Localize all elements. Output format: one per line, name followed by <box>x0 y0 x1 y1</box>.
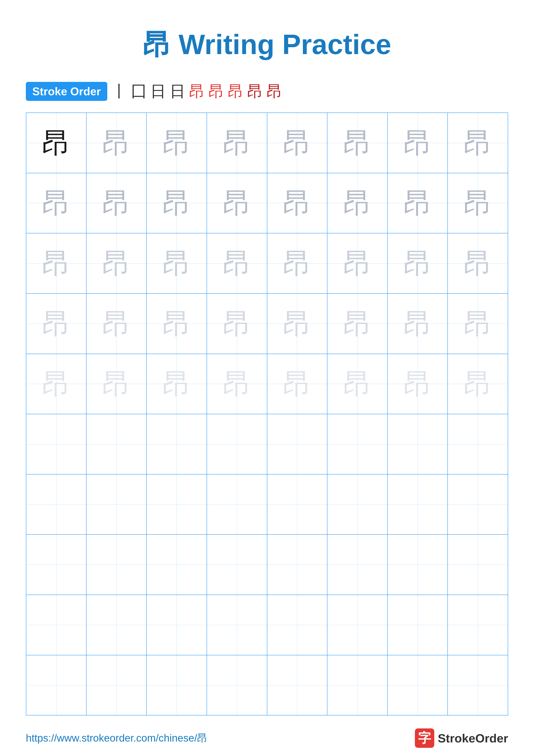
practice-char: 昂 <box>404 189 432 217</box>
table-cell <box>447 655 508 716</box>
table-cell: 昂 <box>447 233 508 293</box>
table-cell: 昂 <box>87 113 147 173</box>
table-cell: 昂 <box>388 293 448 354</box>
practice-char: 昂 <box>42 129 70 157</box>
practice-char: 昂 <box>404 249 432 277</box>
stroke-9: 昂 <box>267 81 282 102</box>
practice-char: 昂 <box>223 189 251 217</box>
table-cell <box>388 474 448 535</box>
practice-char: 昂 <box>102 310 130 338</box>
table-cell: 昂 <box>327 293 388 354</box>
table-cell: 昂 <box>327 354 388 414</box>
table-cell: 昂 <box>87 354 147 414</box>
table-cell: 昂 <box>87 293 147 354</box>
page-title: 昂 Writing Practice <box>143 26 391 64</box>
table-cell: 昂 <box>26 113 87 173</box>
table-cell <box>87 474 147 535</box>
table-cell <box>207 655 267 716</box>
table-cell <box>447 474 508 535</box>
table-cell <box>207 534 267 595</box>
title-char: 昂 <box>143 29 171 60</box>
stroke-6: 昂 <box>209 81 224 102</box>
table-cell <box>87 414 147 474</box>
table-cell: 昂 <box>327 233 388 293</box>
table-cell <box>26 534 87 595</box>
table-cell: 昂 <box>447 354 508 414</box>
table-cell: 昂 <box>207 293 267 354</box>
stroke-7: 昂 <box>228 81 243 102</box>
practice-char: 昂 <box>404 370 432 398</box>
footer-logo: 字 StrokeOrder <box>415 728 508 748</box>
table-cell: 昂 <box>388 354 448 414</box>
table-cell <box>267 534 327 595</box>
practice-char: 昂 <box>163 370 191 398</box>
table-cell: 昂 <box>146 173 207 233</box>
stroke-2: 囗 <box>131 81 146 102</box>
practice-char: 昂 <box>102 370 130 398</box>
table-cell <box>327 595 388 655</box>
table-cell <box>267 474 327 535</box>
practice-char: 昂 <box>163 249 191 277</box>
table-cell <box>87 595 147 655</box>
table-cell: 昂 <box>388 113 448 173</box>
practice-char: 昂 <box>42 310 70 338</box>
stroke-5: 昂 <box>189 81 205 102</box>
practice-char: 昂 <box>464 189 492 217</box>
table-cell: 昂 <box>447 113 508 173</box>
practice-char: 昂 <box>223 370 251 398</box>
table-cell: 昂 <box>146 354 207 414</box>
table-cell <box>26 474 87 535</box>
table-cell: 昂 <box>447 173 508 233</box>
stroke-1: 丨 <box>112 81 127 102</box>
table-cell: 昂 <box>26 354 87 414</box>
footer-logo-text: StrokeOrder <box>438 731 508 745</box>
practice-char: 昂 <box>163 129 191 157</box>
stroke-order-badge: Stroke Order <box>26 82 107 101</box>
practice-char: 昂 <box>404 310 432 338</box>
practice-char: 昂 <box>102 189 130 217</box>
table-cell: 昂 <box>207 354 267 414</box>
stroke-order-row: Stroke Order 丨 囗 日 日 昂 昂 昂 昂 昂 <box>26 81 508 102</box>
practice-char: 昂 <box>42 189 70 217</box>
practice-grid: 昂昂昂昂昂昂昂昂昂昂昂昂昂昂昂昂昂昂昂昂昂昂昂昂昂昂昂昂昂昂昂昂昂昂昂昂昂昂昂昂 <box>26 113 508 716</box>
stroke-8: 昂 <box>247 81 263 102</box>
table-cell <box>146 534 207 595</box>
practice-char: 昂 <box>283 310 311 338</box>
table-cell <box>267 595 327 655</box>
practice-char: 昂 <box>283 129 311 157</box>
table-cell <box>146 414 207 474</box>
practice-char: 昂 <box>343 189 371 217</box>
practice-char: 昂 <box>283 370 311 398</box>
table-cell: 昂 <box>146 113 207 173</box>
table-cell <box>388 414 448 474</box>
table-cell: 昂 <box>267 354 327 414</box>
practice-char: 昂 <box>404 129 432 157</box>
table-cell: 昂 <box>267 113 327 173</box>
table-cell <box>267 414 327 474</box>
table-cell <box>146 595 207 655</box>
table-cell <box>26 595 87 655</box>
table-cell: 昂 <box>87 173 147 233</box>
table-cell: 昂 <box>388 173 448 233</box>
table-cell <box>447 534 508 595</box>
stroke-sequence: 丨 囗 日 日 昂 昂 昂 昂 昂 <box>112 81 282 102</box>
table-cell <box>26 414 87 474</box>
practice-char: 昂 <box>102 249 130 277</box>
table-cell: 昂 <box>267 173 327 233</box>
table-cell <box>327 534 388 595</box>
practice-char: 昂 <box>223 129 251 157</box>
practice-char: 昂 <box>464 370 492 398</box>
table-cell <box>327 655 388 716</box>
table-cell: 昂 <box>327 113 388 173</box>
table-cell <box>207 474 267 535</box>
table-cell: 昂 <box>447 293 508 354</box>
practice-char: 昂 <box>163 189 191 217</box>
footer-url[interactable]: https://www.strokeorder.com/chinese/昂 <box>26 731 207 745</box>
practice-char: 昂 <box>343 249 371 277</box>
title-text: Writing Practice <box>171 29 391 60</box>
practice-char: 昂 <box>42 370 70 398</box>
practice-char: 昂 <box>223 249 251 277</box>
table-cell <box>146 474 207 535</box>
practice-char: 昂 <box>163 310 191 338</box>
stroke-3: 日 <box>150 81 166 102</box>
